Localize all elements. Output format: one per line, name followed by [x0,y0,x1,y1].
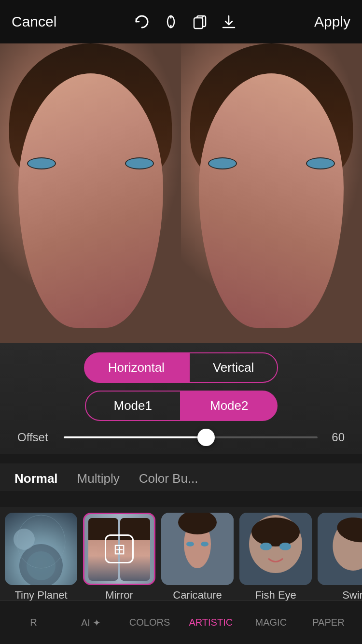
canvas-inner [0,43,362,343]
mode-toggle-row: Mode1 Mode2 [0,391,362,421]
face-sim-right [199,73,344,328]
tiny-planet-visual [5,513,77,585]
effect-thumb-fisheye [239,513,312,585]
photo-left [0,43,181,343]
horizontal-button[interactable]: Horizontal [84,352,189,383]
tiny-planet-label: Tiny Planet [14,589,67,602]
controls-panel: Horizontal Vertical Mode1 Mode2 Offset 6… [0,343,362,454]
mirror-icon-overlay: ⊞ [105,534,134,563]
svg-point-14 [201,542,209,546]
offset-label: Offset [17,431,56,444]
image-canvas [0,43,362,343]
refresh-icon [134,14,150,29]
nav-colors[interactable]: COLORS [129,617,170,628]
svg-point-9 [14,529,35,550]
svg-point-18 [260,543,272,550]
eyes-left [27,157,154,169]
effects-row: Tiny Planet ⊞ Mirror Caricature [0,507,362,608]
effect-caricature[interactable]: Caricature [161,513,234,602]
fisheye-visual [239,513,312,585]
eye-left-2 [125,157,154,169]
caricature-label: Caricature [173,589,222,602]
eye-right-2 [208,157,237,169]
effect-thumb-caricature [161,513,234,585]
bottom-nav: R AI ✦ COLORS ARTISTIC MAGIC PAPER [0,601,362,644]
offset-slider-row: Offset 60 [0,431,362,444]
eye-right-1 [306,157,335,169]
svg-point-17 [251,518,300,546]
offset-value: 60 [325,431,345,444]
copy-icon [192,14,208,29]
blend-modes-row: Normal Multiply Color Bu... [0,463,362,491]
svg-point-13 [186,542,194,546]
offset-slider-fill [64,436,206,438]
effect-tiny-planet[interactable]: Tiny Planet [5,513,77,602]
nav-paper[interactable]: PAPER [309,617,348,628]
copy-button[interactable] [192,14,208,29]
svg-point-19 [279,543,291,550]
fish-eye-label: Fish Eye [255,589,296,602]
toolbar-icons [134,14,237,29]
eyes-right [208,157,335,169]
mode2-button[interactable]: Mode2 [181,391,278,421]
eraser-button[interactable] [163,14,179,29]
refresh-button[interactable] [134,14,150,29]
photo-right [181,43,362,343]
apply-button[interactable]: Apply [314,14,350,30]
swirl-visual [318,513,362,585]
nav-artistic[interactable]: ARTISTIC [189,617,233,628]
svg-rect-4 [194,18,203,28]
direction-toggle-row: Horizontal Vertical [0,352,362,383]
top-bar: Cancel [0,0,362,43]
nav-ai-label: AI ✦ [81,617,101,629]
effect-fish-eye[interactable]: Fish Eye [239,513,312,602]
mode1-button[interactable]: Mode1 [85,391,181,421]
offset-slider-thumb[interactable] [197,429,215,446]
cancel-button[interactable]: Cancel [12,14,56,30]
mirror-label: Mirror [105,589,133,602]
blend-colorburn[interactable]: Color Bu... [139,471,198,486]
download-button[interactable] [221,14,237,29]
nav-colors-label: COLORS [129,617,170,628]
nav-magic[interactable]: MAGIC [251,617,290,628]
nav-ai[interactable]: AI ✦ [72,617,111,629]
effect-mirror[interactable]: ⊞ Mirror [83,513,155,602]
caricature-visual [161,513,234,585]
nav-paper-label: PAPER [312,617,344,628]
vertical-button[interactable]: Vertical [189,352,278,383]
effect-thumb-swirl [318,513,362,585]
blend-multiply[interactable]: Multiply [77,471,120,486]
nav-filter[interactable]: R [14,617,53,628]
face-sim-left [18,73,163,328]
effect-thumb-tiny-planet [5,513,77,585]
offset-slider-track[interactable] [64,436,318,438]
nav-magic-label: MAGIC [255,617,287,628]
nav-filter-label: R [30,617,37,628]
eye-left-1 [27,157,56,169]
swirl-label: Swirl [342,589,362,602]
blend-normal[interactable]: Normal [14,471,58,486]
effect-thumb-mirror: ⊞ [83,513,155,585]
effect-swirl[interactable]: Swirl [318,513,362,602]
eraser-icon [163,14,179,29]
download-icon [221,14,237,29]
nav-artistic-label: ARTISTIC [189,617,233,628]
